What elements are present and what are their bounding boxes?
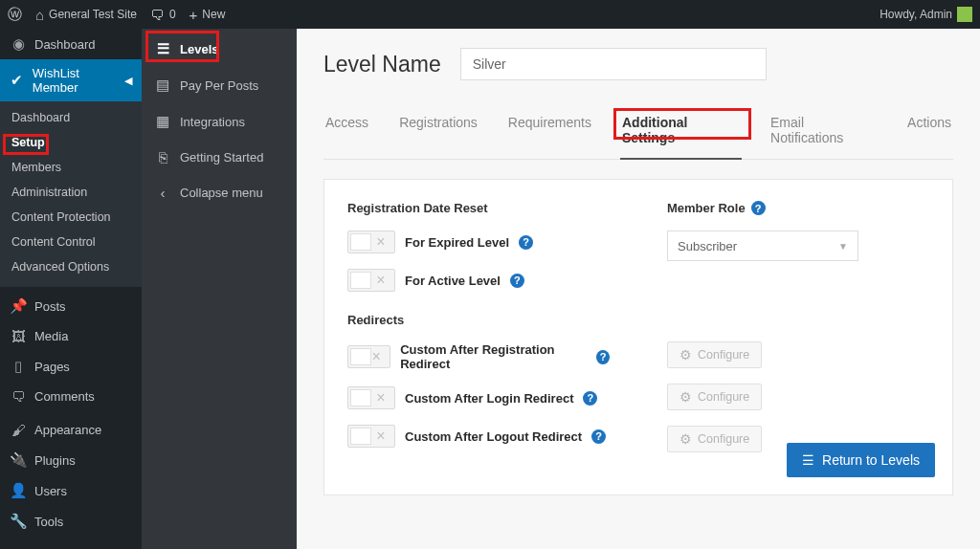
comment-icon: 🗨 <box>150 7 165 23</box>
howdy-text: Howdy, Admin <box>880 8 952 21</box>
x-icon: × <box>372 233 390 251</box>
submenu-content-control[interactable]: Content Control <box>0 230 142 254</box>
menu-wishlist-member[interactable]: ✔WishList Member◀ <box>0 59 142 101</box>
gear-icon: ⚙ <box>679 431 692 447</box>
menu-comments[interactable]: 🗨Comments <box>0 382 142 411</box>
tools-icon: 🔧 <box>10 513 27 530</box>
submenu-members[interactable]: Members <box>0 155 142 180</box>
content-area: Level Name Access Registrations Requirem… <box>297 29 980 549</box>
admin-sidebar: ◉Dashboard ✔WishList Member◀ Dashboard S… <box>0 29 142 549</box>
label-active-level: For Active Level <box>405 274 501 288</box>
label-after-registration: Custom After Registration Redirect <box>400 342 587 371</box>
wlm-getting-started[interactable]: ⎘Getting Started <box>142 140 297 175</box>
tab-registrations[interactable]: Registrations <box>397 107 479 159</box>
list-icon: ☰ <box>802 452 814 468</box>
gear-icon: ⚙ <box>679 347 692 362</box>
users-icon: 👤 <box>10 482 27 499</box>
configure-after-logout-button[interactable]: ⚙Configure <box>667 426 762 452</box>
menu-users[interactable]: 👤Users <box>0 475 142 506</box>
tab-email-notifications[interactable]: Email Notifications <box>768 107 879 159</box>
label-after-login: Custom After Login Redirect <box>405 391 573 406</box>
x-icon: × <box>372 428 390 445</box>
tabs: Access Registrations Requirements Additi… <box>323 107 953 160</box>
wp-logo[interactable]: ⓦ <box>8 6 22 24</box>
avatar <box>957 7 972 22</box>
section-member-role: Member Role? <box>667 201 929 215</box>
tab-requirements[interactable]: Requirements <box>506 107 593 159</box>
new-link[interactable]: +New <box>189 7 226 23</box>
plug-icon: 🔌 <box>10 451 27 469</box>
help-icon[interactable]: ? <box>751 201 766 215</box>
gear-icon: ⚙ <box>679 389 692 405</box>
chevron-left-icon: ‹ <box>155 185 170 201</box>
help-icon[interactable]: ? <box>510 274 524 288</box>
menu-appearance[interactable]: 🖌Appearance <box>0 415 142 445</box>
admin-bar: ⓦ ⌂General Test Site 🗨0 +New Howdy, Admi… <box>0 0 980 29</box>
submenu-wishlist: Dashboard Setup Members Administration C… <box>0 101 142 287</box>
plus-icon: + <box>189 7 198 23</box>
site-name: General Test Site <box>49 8 137 21</box>
page-title: Level Name <box>323 52 441 77</box>
toggle-after-login[interactable]: × <box>347 386 395 409</box>
toggle-after-registration[interactable]: × <box>347 345 390 368</box>
settings-panel: Registration Date Reset × For Expired Le… <box>323 179 953 495</box>
tab-additional-settings[interactable]: Additional Settings <box>620 107 742 159</box>
wlm-levels[interactable]: ☰Levels <box>142 31 297 67</box>
x-icon: × <box>372 389 390 406</box>
label-expired-level: For Expired Level <box>405 235 509 250</box>
x-icon: × <box>372 272 390 289</box>
calendar-icon: ▦ <box>155 113 170 130</box>
home-icon: ⌂ <box>35 7 44 23</box>
submenu-dashboard[interactable]: Dashboard <box>0 105 142 130</box>
toggle-after-logout[interactable]: × <box>347 425 395 448</box>
member-role-select[interactable]: Subscriber ▼ <box>667 231 858 261</box>
tab-actions[interactable]: Actions <box>905 107 953 159</box>
configure-after-login-button[interactable]: ⚙Configure <box>667 384 762 410</box>
tab-access[interactable]: Access <box>323 107 370 159</box>
menu-posts[interactable]: 📌Posts <box>0 291 142 321</box>
help-icon[interactable]: ? <box>596 350 610 364</box>
site-link[interactable]: ⌂General Test Site <box>35 7 137 23</box>
return-to-levels-button[interactable]: ☰Return to Levels <box>787 443 935 477</box>
help-icon[interactable]: ? <box>519 235 533 250</box>
dashboard-icon: ◉ <box>10 35 27 53</box>
wlm-sidebar: ☰Levels ▤Pay Per Posts ▦Integrations ⎘Ge… <box>142 29 297 549</box>
help-icon[interactable]: ? <box>583 391 597 406</box>
media-icon: 🖼 <box>10 328 27 344</box>
configure-after-reg-button[interactable]: ⚙Configure <box>667 341 762 368</box>
label-after-logout: Custom After Logout Redirect <box>405 429 582 444</box>
pages-icon: ▯ <box>10 358 27 375</box>
comments-icon: 🗨 <box>10 388 27 405</box>
menu-pages[interactable]: ▯Pages <box>0 351 142 382</box>
submenu-setup[interactable]: Setup <box>0 130 142 155</box>
pin-icon: 📌 <box>10 297 27 315</box>
menu-dashboard[interactable]: ◉Dashboard <box>0 29 142 59</box>
wlm-payperposts[interactable]: ▤Pay Per Posts <box>142 67 297 103</box>
wlm-integrations[interactable]: ▦Integrations <box>142 103 297 140</box>
list-icon: ☰ <box>155 40 170 57</box>
comments-link[interactable]: 🗨0 <box>150 7 176 23</box>
comments-count: 0 <box>169 8 176 21</box>
menu-media[interactable]: 🖼Media <box>0 321 142 351</box>
check-icon: ✔ <box>10 72 25 89</box>
howdy-link[interactable]: Howdy, Admin <box>880 7 972 22</box>
help-icon[interactable]: ? <box>591 429 606 444</box>
section-reg-date-reset: Registration Date Reset <box>347 201 610 215</box>
document-icon: ▤ <box>155 77 170 94</box>
submenu-administration[interactable]: Administration <box>0 180 142 205</box>
caret-down-icon: ▼ <box>838 241 848 252</box>
new-label: New <box>202 8 225 21</box>
wlm-collapse[interactable]: ‹Collapse menu <box>142 175 297 210</box>
brush-icon: 🖌 <box>10 422 27 438</box>
select-value: Subscriber <box>678 239 737 253</box>
menu-tools[interactable]: 🔧Tools <box>0 506 142 537</box>
toggle-active-level[interactable]: × <box>347 269 395 292</box>
toggle-expired-level[interactable]: × <box>347 231 395 253</box>
level-name-input[interactable] <box>460 48 767 80</box>
submenu-advanced-options[interactable]: Advanced Options <box>0 254 142 279</box>
x-icon: × <box>368 348 385 365</box>
submenu-content-protection[interactable]: Content Protection <box>0 205 142 230</box>
arrow-icon: ◀ <box>124 75 132 87</box>
menu-plugins[interactable]: 🔌Plugins <box>0 445 142 475</box>
export-icon: ⎘ <box>155 149 170 165</box>
